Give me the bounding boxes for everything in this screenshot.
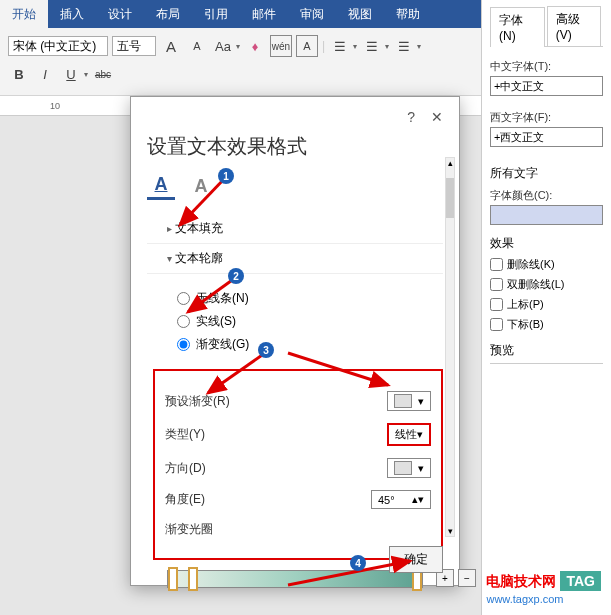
underline-button[interactable]: U [60, 63, 82, 85]
preset-label: 预设渐变(R) [165, 393, 230, 410]
change-case-button[interactable]: Aa [212, 35, 234, 57]
panel-tab-advanced[interactable]: 高级(V) [547, 6, 601, 46]
ruler-mark: 10 [50, 101, 60, 111]
en-font-input[interactable] [490, 127, 603, 147]
annotation-badge-1: 1 [218, 168, 234, 184]
tab-review[interactable]: 审阅 [288, 0, 336, 28]
dialog-title: 设置文本效果格式 [147, 133, 443, 160]
help-icon[interactable]: ? [407, 109, 415, 125]
preview-label: 预览 [490, 342, 603, 359]
radio-no-line[interactable]: 无线条(N) [177, 290, 443, 307]
gradient-stops-bar[interactable]: + − [167, 570, 423, 588]
gradient-stop[interactable] [188, 567, 198, 591]
tab-view[interactable]: 视图 [336, 0, 384, 28]
panel-tab-font[interactable]: 字体(N) [490, 7, 545, 47]
cn-font-label: 中文字体(T): [490, 59, 603, 74]
phonetic-guide-button[interactable]: wén [270, 35, 292, 57]
check-superscript[interactable]: 上标(P) [490, 297, 603, 312]
angle-spinner[interactable]: 45°▴▾ [371, 490, 431, 509]
bold-button[interactable]: B [8, 63, 30, 85]
strikethrough-button[interactable]: abc [92, 63, 114, 85]
clear-format-button[interactable]: ♦ [244, 35, 266, 57]
en-font-label: 西文字体(F): [490, 110, 603, 125]
italic-button[interactable]: I [34, 63, 56, 85]
section-text-fill[interactable]: 文本填充 [147, 214, 443, 244]
remove-stop-button[interactable]: − [458, 569, 476, 587]
font-name-select[interactable] [8, 36, 108, 56]
direction-label: 方向(D) [165, 460, 206, 477]
type-dropdown[interactable]: 线性 ▾ [387, 423, 431, 446]
close-icon[interactable]: ✕ [431, 109, 443, 125]
shrink-font-button[interactable]: A [186, 35, 208, 57]
char-border-button[interactable]: A [296, 35, 318, 57]
tab-references[interactable]: 引用 [192, 0, 240, 28]
gradient-stop[interactable] [168, 567, 178, 591]
cn-font-input[interactable] [490, 76, 603, 96]
section-text-outline[interactable]: 文本轮廓 [147, 244, 443, 274]
angle-label: 角度(E) [165, 491, 205, 508]
effects-label: 效果 [490, 235, 603, 252]
outline-radio-group: 无线条(N) 实线(S) 渐变线(G) [147, 274, 443, 369]
type-label: 类型(Y) [165, 426, 205, 443]
tab-insert[interactable]: 插入 [48, 0, 96, 28]
ok-button[interactable]: 确定 [389, 546, 443, 573]
annotation-badge-3: 3 [258, 342, 274, 358]
tab-mailings[interactable]: 邮件 [240, 0, 288, 28]
grow-font-button[interactable]: A [160, 35, 182, 57]
tab-help[interactable]: 帮助 [384, 0, 432, 28]
tab-home[interactable]: 开始 [0, 0, 48, 28]
radio-solid-line[interactable]: 实线(S) [177, 313, 443, 330]
tab-design[interactable]: 设计 [96, 0, 144, 28]
check-double-strike[interactable]: 双删除线(L) [490, 277, 603, 292]
annotation-badge-4: 4 [350, 555, 366, 571]
gradient-options: 预设渐变(R) ▾ 类型(Y) 线性 ▾ 方向(D) ▾ 角度(E) 45°▴▾… [153, 369, 443, 560]
all-text-label: 所有文字 [490, 165, 603, 182]
watermark: 电脑技术网TAG www.tagxp.com [486, 573, 601, 605]
check-subscript[interactable]: 下标(B) [490, 317, 603, 332]
tab-layout[interactable]: 布局 [144, 0, 192, 28]
bullets-button[interactable]: ☰ [329, 35, 351, 57]
text-effects-dialog: ? ✕ 设置文本效果格式 A A 文本填充 文本轮廓 无线条(N) 实线(S) … [130, 96, 460, 586]
multilevel-button[interactable]: ☰ [393, 35, 415, 57]
radio-gradient-line[interactable]: 渐变线(G) [177, 336, 443, 353]
annotation-badge-2: 2 [228, 268, 244, 284]
font-color-dropdown[interactable] [490, 205, 603, 225]
preset-dropdown[interactable]: ▾ [387, 391, 431, 411]
dialog-scrollbar[interactable]: ▴ ▾ [445, 157, 455, 537]
font-color-label: 字体颜色(C): [490, 188, 603, 203]
text-effects-icon[interactable]: A [187, 172, 215, 200]
check-strike[interactable]: 删除线(K) [490, 257, 603, 272]
stops-label: 渐变光圈 [165, 521, 213, 538]
numbering-button[interactable]: ☰ [361, 35, 383, 57]
text-fill-outline-icon[interactable]: A [147, 172, 175, 200]
direction-dropdown[interactable]: ▾ [387, 458, 431, 478]
font-size-select[interactable] [112, 36, 156, 56]
font-panel: 字体(N) 高级(V) 中文字体(T): 西文字体(F): 所有文字 字体颜色(… [481, 0, 611, 615]
